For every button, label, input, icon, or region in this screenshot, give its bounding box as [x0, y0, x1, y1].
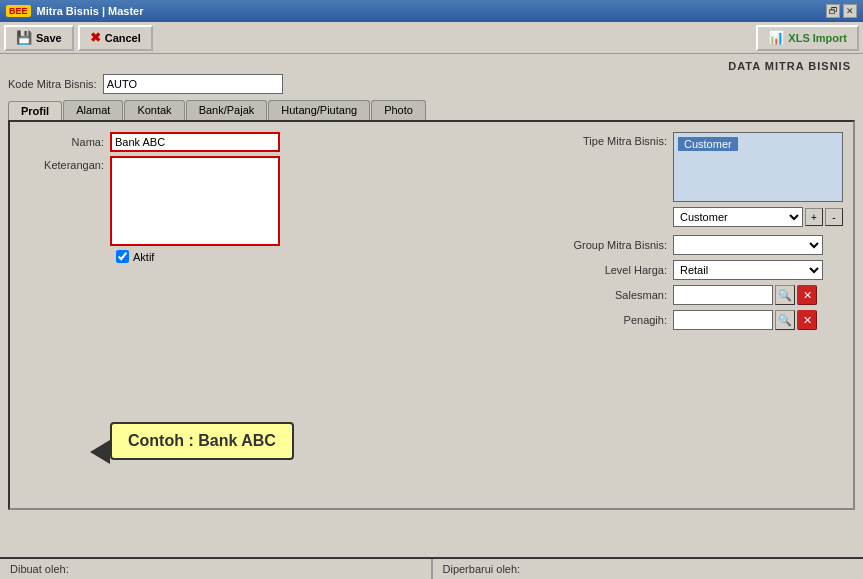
cancel-button[interactable]: ✖ Cancel — [78, 25, 153, 51]
restore-button[interactable]: 🗗 — [826, 4, 840, 18]
tab-alamat[interactable]: Alamat — [63, 100, 123, 120]
group-label: Group Mitra Bisnis: — [563, 239, 673, 251]
content-area: DATA MITRA BISNIS Kode Mitra Bisnis: Pro… — [0, 54, 863, 514]
search-icon: 🔍 — [778, 289, 792, 302]
salesman-label: Salesman: — [563, 289, 673, 301]
close-button[interactable]: ✕ — [843, 4, 857, 18]
salesman-search-button[interactable]: 🔍 — [775, 285, 795, 305]
data-header: DATA MITRA BISNIS — [8, 58, 855, 74]
dibuat-label: Dibuat oleh: — [10, 563, 69, 575]
save-icon: 💾 — [16, 30, 32, 45]
cancel-icon: ✖ — [90, 30, 101, 45]
save-button[interactable]: 💾 Save — [4, 25, 74, 51]
save-label: Save — [36, 32, 62, 44]
aktif-checkbox[interactable] — [116, 250, 129, 263]
delete-icon: ✕ — [803, 314, 812, 327]
statusbar: Dibuat oleh: Diperbarui oleh: — [0, 557, 863, 579]
app-logo: BEE — [6, 5, 31, 17]
tipe-dropdown[interactable]: Customer Supplier Both — [673, 207, 803, 227]
tooltip-text: Contoh : Bank ABC — [128, 432, 276, 449]
tipe-box: Customer — [673, 132, 843, 202]
penagih-input[interactable] — [673, 310, 773, 330]
delete-icon: ✕ — [803, 289, 812, 302]
titlebar-left: BEE Mitra Bisnis | Master — [6, 5, 144, 17]
level-row: Level Harga: Retail Grosir — [563, 260, 843, 280]
xls-icon: 📊 — [768, 30, 784, 45]
tipe-row: Tipe Mitra Bisnis: Customer — [563, 132, 843, 202]
titlebar: BEE Mitra Bisnis | Master 🗗 ✕ — [0, 0, 863, 22]
penagih-search-button[interactable]: 🔍 — [775, 310, 795, 330]
tab-container: Profil Alamat Kontak Bank/Pajak Hutang/P… — [8, 100, 855, 510]
salesman-delete-button[interactable]: ✕ — [797, 285, 817, 305]
kode-label: Kode Mitra Bisnis: — [8, 78, 103, 90]
diperbarui-item: Diperbarui oleh: — [433, 559, 864, 579]
tipe-box-value: Customer — [678, 137, 738, 151]
tipe-dropdown-row: Customer Supplier Both + - — [563, 207, 843, 227]
salesman-input[interactable] — [673, 285, 773, 305]
toolbar-left: 💾 Save ✖ Cancel — [4, 25, 153, 51]
kode-input[interactable] — [103, 74, 283, 94]
dibuat-item: Dibuat oleh: — [0, 559, 433, 579]
penagih-row: Penagih: 🔍 ✕ — [563, 310, 843, 330]
xls-label: XLS Import — [788, 32, 847, 44]
tab-hutang-piutang[interactable]: Hutang/Piutang — [268, 100, 370, 120]
search-icon: 🔍 — [778, 314, 792, 327]
aktif-label: Aktif — [133, 251, 154, 263]
nama-input[interactable] — [110, 132, 280, 152]
minus-button[interactable]: - — [825, 208, 843, 226]
titlebar-controls[interactable]: 🗗 ✕ — [826, 4, 857, 18]
tab-profil[interactable]: Profil — [8, 101, 62, 121]
tooltip-balloon: Contoh : Bank ABC — [110, 422, 294, 460]
group-dropdown[interactable] — [673, 235, 823, 255]
diperbarui-label: Diperbarui oleh: — [443, 563, 521, 575]
nama-label: Nama: — [20, 136, 110, 148]
level-label: Level Harga: — [563, 264, 673, 276]
tabs: Profil Alamat Kontak Bank/Pajak Hutang/P… — [8, 100, 855, 120]
cancel-label: Cancel — [105, 32, 141, 44]
tab-photo[interactable]: Photo — [371, 100, 426, 120]
salesman-row: Salesman: 🔍 ✕ — [563, 285, 843, 305]
group-row: Group Mitra Bisnis: — [563, 235, 843, 255]
tipe-label: Tipe Mitra Bisnis: — [563, 132, 673, 147]
titlebar-title: Mitra Bisnis | Master — [37, 5, 144, 17]
toolbar: 💾 Save ✖ Cancel 📊 XLS Import — [0, 22, 863, 54]
penagih-delete-button[interactable]: ✕ — [797, 310, 817, 330]
penagih-label: Penagih: — [563, 314, 673, 326]
keterangan-input[interactable] — [110, 156, 280, 246]
plus-button[interactable]: + — [805, 208, 823, 226]
tab-panel-profil: Nama: Keterangan: Aktif Contoh : Bank AB… — [8, 120, 855, 510]
level-dropdown[interactable]: Retail Grosir — [673, 260, 823, 280]
tooltip-arrow — [90, 440, 110, 464]
kode-mitra-row: Kode Mitra Bisnis: — [8, 74, 855, 94]
keterangan-label: Keterangan: — [20, 156, 110, 171]
right-panel: Tipe Mitra Bisnis: Customer Customer Sup… — [563, 132, 843, 335]
xls-import-button[interactable]: 📊 XLS Import — [756, 25, 859, 51]
tab-bank-pajak[interactable]: Bank/Pajak — [186, 100, 268, 120]
tab-kontak[interactable]: Kontak — [124, 100, 184, 120]
